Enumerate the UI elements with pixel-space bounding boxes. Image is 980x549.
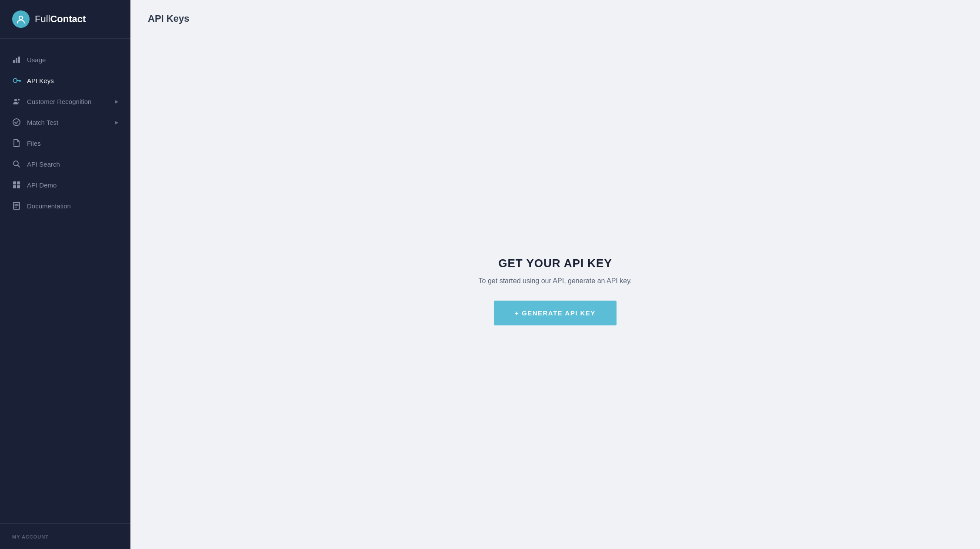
grid-icon (12, 181, 21, 189)
chevron-right-icon: ▶ (115, 99, 118, 104)
generate-api-key-button[interactable]: + GENERATE API KEY (494, 301, 617, 325)
documentation-label: Documentation (27, 202, 71, 210)
svg-point-8 (14, 99, 17, 101)
doc-icon (12, 201, 21, 210)
sidebar-item-api-search[interactable]: API Search (0, 154, 130, 174)
check-circle-icon (12, 118, 21, 127)
logo-second: Contact (50, 13, 86, 24)
main-body: GET YOUR API KEY To get started using ou… (130, 33, 980, 549)
nav-menu: Usage API Keys (0, 46, 130, 523)
search-icon (12, 160, 21, 168)
main-content: API Keys GET YOUR API KEY To get started… (130, 0, 980, 549)
api-key-heading: GET YOUR API KEY (479, 257, 632, 270)
logo-text: FullContact (35, 13, 86, 25)
usage-label: Usage (27, 56, 46, 64)
key-icon (12, 76, 21, 85)
svg-rect-15 (13, 185, 16, 188)
sidebar: FullContact Usage (0, 0, 130, 549)
sidebar-item-documentation[interactable]: Documentation (0, 195, 130, 216)
svg-rect-3 (18, 57, 20, 63)
svg-point-10 (13, 119, 20, 126)
api-search-label: API Search (27, 161, 60, 168)
api-keys-label: API Keys (27, 77, 54, 84)
sidebar-item-usage[interactable]: Usage (0, 49, 130, 70)
sidebar-item-customer-recognition[interactable]: Customer Recognition ▶ (0, 91, 130, 112)
logo-avatar (12, 10, 30, 28)
svg-rect-14 (17, 181, 20, 184)
my-account-label: MY ACCOUNT (12, 534, 49, 539)
file-icon (12, 139, 21, 147)
svg-rect-1 (13, 60, 15, 63)
api-key-card: GET YOUR API KEY To get started using ou… (444, 231, 667, 351)
svg-rect-16 (17, 185, 20, 188)
files-label: Files (27, 140, 41, 147)
customer-recognition-label: Customer Recognition (27, 98, 91, 105)
bar-chart-icon (12, 55, 21, 64)
svg-point-0 (19, 16, 23, 20)
api-key-description: To get started using our API, generate a… (479, 277, 632, 285)
api-demo-label: API Demo (27, 181, 57, 189)
sidebar-item-files[interactable]: Files (0, 133, 130, 154)
main-header: API Keys (130, 0, 980, 33)
match-test-label: Match Test (27, 119, 58, 126)
page-title: API Keys (148, 13, 963, 24)
logo-first: Full (35, 13, 50, 24)
sidebar-item-api-demo[interactable]: API Demo (0, 174, 130, 195)
sidebar-item-match-test[interactable]: Match Test ▶ (0, 112, 130, 133)
users-icon (12, 97, 21, 106)
svg-point-9 (18, 99, 20, 100)
svg-rect-13 (13, 181, 16, 184)
sidebar-bottom: MY ACCOUNT (0, 523, 130, 549)
sidebar-item-api-keys[interactable]: API Keys (0, 70, 130, 91)
svg-line-12 (18, 165, 20, 167)
sidebar-header: FullContact (0, 0, 130, 39)
chevron-right-icon-2: ▶ (115, 120, 118, 125)
svg-rect-2 (16, 58, 17, 63)
